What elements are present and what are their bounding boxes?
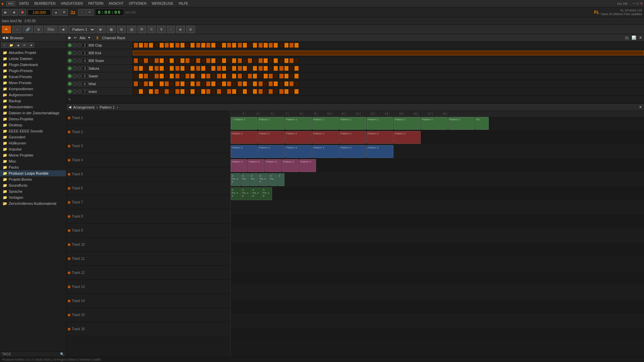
beat-cell[interactable] bbox=[196, 43, 201, 48]
beat-cell[interactable] bbox=[279, 73, 284, 79]
pattern-block[interactable]: 3 Pa.. bbox=[250, 173, 258, 186]
beat-cell[interactable] bbox=[217, 89, 221, 94]
play-button[interactable]: ▶ bbox=[2, 9, 9, 16]
timeline-track-row[interactable] bbox=[231, 215, 644, 229]
beat-cell[interactable] bbox=[185, 43, 190, 48]
beat-cell[interactable] bbox=[154, 43, 159, 48]
beat-cell[interactable] bbox=[190, 89, 195, 94]
beat-cell[interactable] bbox=[190, 73, 195, 79]
chevron-left[interactable]: ◀ bbox=[59, 26, 67, 33]
tool-mute[interactable]: M bbox=[138, 26, 146, 33]
beat-cell[interactable] bbox=[149, 73, 153, 79]
playlist-track-row[interactable]: Track 6 bbox=[66, 181, 230, 195]
beat-cell[interactable] bbox=[273, 89, 278, 94]
rack-graph-icon[interactable]: 📊 bbox=[632, 36, 636, 40]
pattern-block[interactable]: Pattern 5 bbox=[248, 159, 265, 172]
beat-cell[interactable] bbox=[258, 73, 263, 79]
sidebar-item-zerschnittenes[interactable]: 📂 Zerschnittenes Audiomaterial bbox=[0, 200, 66, 206]
beat-cell[interactable] bbox=[133, 73, 138, 79]
beat-cell[interactable] bbox=[196, 66, 201, 71]
beat-cell[interactable] bbox=[294, 89, 299, 94]
beat-cell[interactable] bbox=[175, 89, 180, 94]
pattern-block[interactable]: Pattern 4 bbox=[265, 159, 282, 172]
beat-cell[interactable] bbox=[164, 89, 169, 94]
beat-cell[interactable] bbox=[154, 73, 159, 79]
menu-ansicht[interactable]: ANSICHT bbox=[107, 1, 125, 6]
beat-cell[interactable] bbox=[149, 66, 153, 71]
ch-solo-btn-3[interactable] bbox=[77, 59, 81, 63]
beat-cell[interactable] bbox=[206, 43, 211, 48]
bpm-display[interactable]: 130.000 bbox=[28, 9, 51, 15]
ch-active-btn-3[interactable] bbox=[68, 59, 72, 63]
beat-cell[interactable] bbox=[144, 73, 148, 79]
beat-cell[interactable] bbox=[294, 58, 299, 63]
sidebar-item-dateien[interactable]: 📁 Dateien in der Zwischenablage bbox=[0, 110, 66, 116]
beat-cell[interactable] bbox=[196, 89, 201, 94]
beat-cell[interactable] bbox=[164, 81, 169, 86]
pitch-up[interactable]: ▲ bbox=[52, 9, 60, 16]
ch-active-btn-1[interactable] bbox=[68, 43, 72, 47]
beat-cell[interactable] bbox=[294, 66, 299, 71]
beat-cell[interactable] bbox=[169, 66, 174, 71]
playlist-track-row[interactable]: Track 15 bbox=[66, 308, 230, 322]
beat-cell[interactable] bbox=[289, 43, 294, 48]
sidebar-item-kanal-presets[interactable]: 📁 Kanal-Presets bbox=[0, 74, 66, 80]
beat-cell[interactable] bbox=[139, 89, 143, 94]
sidebar-item-letzte-dateien[interactable]: 📁 Letzte Dateien bbox=[0, 56, 66, 62]
metro-btn[interactable]: ♩ bbox=[78, 9, 86, 16]
sidebar-folder-btn[interactable]: 📁 bbox=[8, 43, 14, 48]
beat-cell[interactable] bbox=[258, 43, 263, 48]
beat-cell[interactable] bbox=[227, 89, 231, 94]
sidebar-item-sprache[interactable]: 📁 Sprache bbox=[0, 188, 66, 194]
playlist-track-row[interactable]: Track 8 bbox=[66, 209, 230, 224]
pattern-block[interactable]: Pattern 2 bbox=[285, 131, 312, 144]
pattern-block[interactable]: Pattern 1 bbox=[367, 117, 393, 130]
beat-cell[interactable] bbox=[139, 43, 143, 48]
beat-cell[interactable] bbox=[201, 89, 206, 94]
timeline-track-row[interactable]: 3 Pa..n 53 Pa..3 Pa..3 Pa..n 53 Pa..3 bbox=[231, 173, 644, 187]
pattern-block[interactable]: Pattern 3 bbox=[285, 145, 312, 158]
pattern-block[interactable]: Pattern 2 bbox=[339, 131, 366, 144]
beat-cell[interactable] bbox=[211, 81, 216, 86]
beat-cell[interactable] bbox=[144, 66, 148, 71]
beat-cell[interactable] bbox=[227, 58, 231, 63]
beat-cell[interactable] bbox=[154, 81, 159, 86]
playlist-track-row[interactable]: Track 7 bbox=[66, 195, 230, 209]
timeline-track-row[interactable] bbox=[231, 313, 644, 327]
menu-hilfe[interactable]: HILFE bbox=[177, 1, 190, 6]
beat-cell[interactable] bbox=[211, 58, 216, 63]
beat-cell[interactable] bbox=[154, 89, 159, 94]
beat-cell[interactable] bbox=[289, 58, 294, 63]
draw-tool[interactable]: ✏ bbox=[2, 26, 11, 33]
playlist-track-row[interactable]: Track 9 bbox=[66, 224, 230, 238]
beat-cell[interactable] bbox=[273, 66, 278, 71]
menu-optionen[interactable]: OPTIONEN bbox=[127, 1, 148, 6]
beat-cell[interactable] bbox=[185, 66, 190, 71]
sidebar-item-producer-loops[interactable]: 📁 Producer Loops Rumble bbox=[0, 170, 66, 176]
ch-mute-btn-6[interactable] bbox=[72, 82, 76, 86]
beat-cell[interactable] bbox=[139, 66, 143, 71]
tool-copy[interactable]: ⎘ bbox=[148, 26, 156, 33]
rack-filter-arrow[interactable]: ▾ bbox=[88, 36, 90, 40]
sidebar-star-btn[interactable]: ★ bbox=[28, 43, 34, 48]
pattern-select[interactable]: Pattern 1 bbox=[69, 26, 95, 33]
beat-cell[interactable] bbox=[243, 66, 247, 71]
menu-pattern[interactable]: PATTERN bbox=[87, 1, 105, 6]
beat-cell[interactable] bbox=[243, 43, 247, 48]
beat-cell[interactable] bbox=[273, 73, 278, 79]
beat-cell[interactable] bbox=[144, 89, 148, 94]
playlist-track-row[interactable]: Track 3 bbox=[66, 139, 230, 153]
beat-cell[interactable] bbox=[190, 66, 195, 71]
beat-cell[interactable] bbox=[253, 66, 257, 71]
ch-mute-btn-1[interactable] bbox=[72, 43, 76, 47]
beat-cell[interactable] bbox=[169, 89, 174, 94]
sidebar-item-desktop[interactable]: 📁 Desktop bbox=[0, 122, 66, 128]
pattern-block[interactable]: Pattern 1 bbox=[421, 117, 448, 130]
beat-cell[interactable] bbox=[227, 81, 231, 86]
beat-cell[interactable] bbox=[144, 43, 148, 48]
beat-cell[interactable] bbox=[258, 89, 263, 94]
pattern-block[interactable]: Pattern 4 bbox=[231, 159, 248, 172]
sidebar-item-eeee[interactable]: 📁 EEEE EEEE Sounds bbox=[0, 128, 66, 134]
playlist-track-row[interactable]: Track 10 bbox=[66, 238, 230, 252]
tool-align[interactable]: ⊞ bbox=[117, 26, 126, 33]
